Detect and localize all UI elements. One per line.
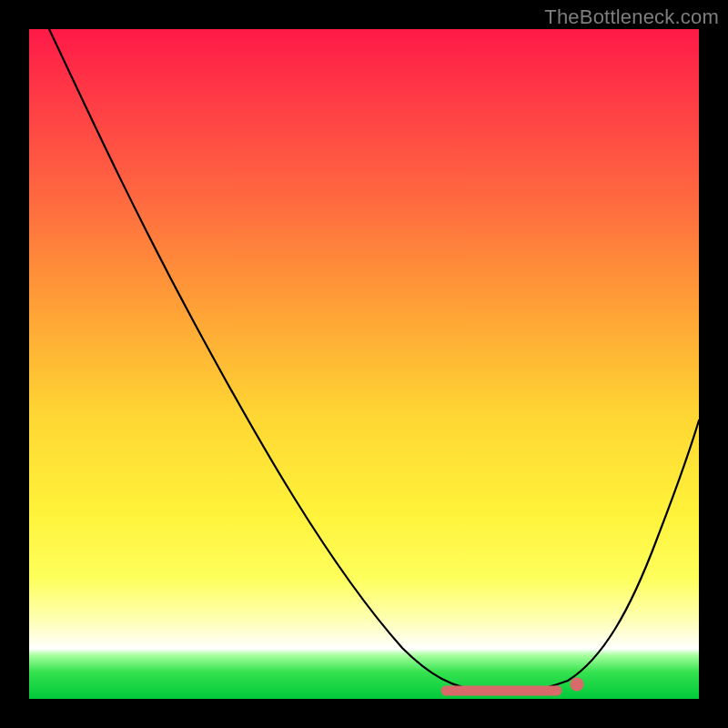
plot-area — [29, 29, 699, 699]
highlight-point-marker — [571, 678, 584, 692]
chart-frame: TheBottleneck.com — [0, 0, 728, 728]
watermark-label: TheBottleneck.com — [544, 5, 719, 29]
chart-svg — [29, 29, 699, 699]
bottleneck-curve — [49, 29, 699, 693]
